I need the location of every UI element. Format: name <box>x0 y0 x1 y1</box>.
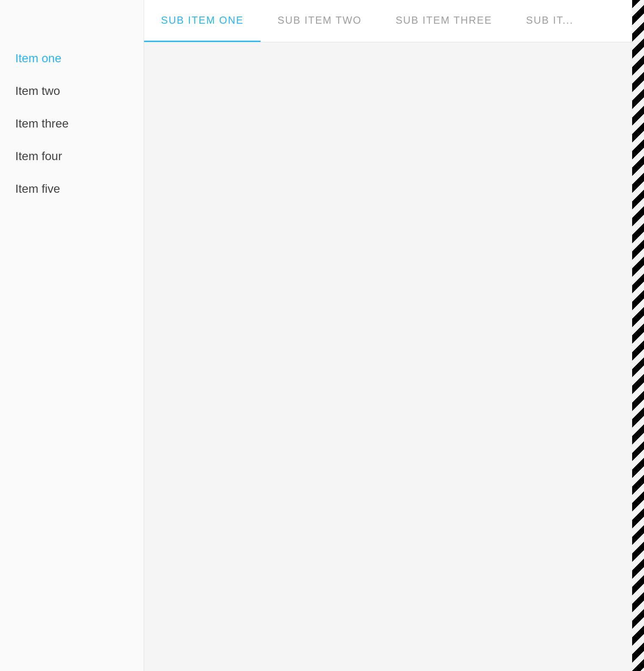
sidebar-item-4[interactable]: Item five <box>0 173 144 205</box>
sidebar-item-0[interactable]: Item one <box>0 42 144 75</box>
sidebar-item-2[interactable]: Item three <box>0 108 144 140</box>
content-area <box>144 42 632 671</box>
tab-item-0[interactable]: SUB ITEM ONE <box>144 0 261 42</box>
right-edge-decoration <box>632 0 644 671</box>
sidebar-item-1[interactable]: Item two <box>0 75 144 108</box>
sidebar: Item oneItem twoItem threeItem fourItem … <box>0 0 144 671</box>
tab-item-1[interactable]: SUB ITEM TWO <box>261 0 379 42</box>
tab-item-3[interactable]: SUB IT... <box>509 0 590 42</box>
sidebar-item-3[interactable]: Item four <box>0 140 144 173</box>
main-content: SUB ITEM ONESUB ITEM TWOSUB ITEM THREESU… <box>144 0 632 671</box>
tab-item-2[interactable]: SUB ITEM THREE <box>379 0 509 42</box>
tab-bar: SUB ITEM ONESUB ITEM TWOSUB ITEM THREESU… <box>144 0 632 42</box>
